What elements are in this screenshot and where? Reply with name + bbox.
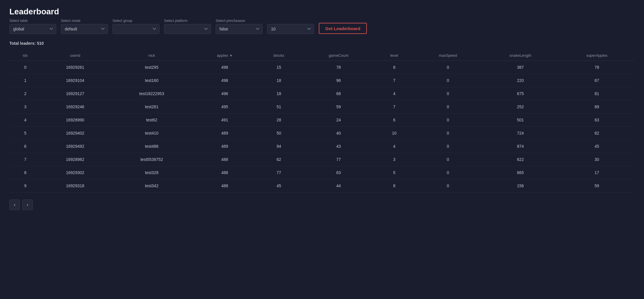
cell-snakeLength: 724	[482, 127, 559, 140]
cell-blocks: 94	[255, 140, 303, 153]
total-leaders: Total leaders: 510	[9, 41, 635, 46]
cell-snakeLength: 865	[482, 166, 559, 179]
cell-level: 7	[374, 100, 414, 114]
controls-row: Select table global local Select mode de…	[9, 19, 635, 34]
cell-userid: 16929261	[41, 61, 109, 74]
cell-apples: 488	[195, 153, 255, 166]
cell-gameCount: 24	[303, 114, 374, 127]
page-title: Leaderboard	[9, 7, 635, 16]
cell-userid: 16929402	[41, 127, 109, 140]
table-row: 216929127test1822295349618684067581	[9, 87, 635, 100]
prev-page-button[interactable]: ‹	[9, 200, 20, 210]
table-row: 416928990test6249128246050163	[9, 114, 635, 127]
cell-gameCount: 43	[303, 140, 374, 153]
cell-blocks: 18	[255, 74, 303, 87]
cell-apples: 489	[195, 140, 255, 153]
platform-select[interactable]	[164, 24, 211, 34]
cell-maxSpeed: 0	[414, 179, 482, 193]
cell-nick: test62	[109, 114, 195, 127]
cell-snakeLength: 874	[482, 140, 559, 153]
cell-userid: 16929104	[41, 74, 109, 87]
cell-level: 10	[374, 127, 414, 140]
cell-snakeLength: 252	[482, 100, 559, 114]
cell-userid: 16929318	[41, 179, 109, 193]
cell-level: 8	[374, 179, 414, 193]
mode-select[interactable]: default hardcore rush	[61, 24, 108, 34]
cell-apples: 498	[195, 74, 255, 87]
prevseason-select[interactable]: false true	[216, 24, 263, 34]
cell-apples: 495	[195, 100, 255, 114]
cell-gameCount: 44	[303, 179, 374, 193]
cell-userid: 16928990	[41, 114, 109, 127]
col-header-maxSpeed: maxSpeed	[414, 50, 482, 61]
col-header-userid: userid	[41, 50, 109, 61]
cell-maxSpeed: 0	[414, 87, 482, 100]
cell-level: 8	[374, 61, 414, 74]
cell-blocks: 45	[255, 179, 303, 193]
table-row: 816929302test32848877635086517	[9, 166, 635, 179]
cell-nick: test486	[109, 140, 195, 153]
cell-superApples: 89	[559, 100, 635, 114]
cell-level: 7	[374, 74, 414, 87]
cell-apples: 496	[195, 87, 255, 100]
cell-gameCount: 77	[303, 153, 374, 166]
cell-level: 5	[374, 166, 414, 179]
platform-control-group: Select platform	[164, 19, 211, 34]
group-control-group: Select group	[113, 19, 159, 34]
cell-gameCount: 63	[303, 166, 374, 179]
cell-snakeLength: 220	[482, 74, 559, 87]
cell-maxSpeed: 0	[414, 114, 482, 127]
prevseason-label: Select prevSeason	[216, 19, 263, 23]
col-header-apples[interactable]: apples▼	[195, 50, 255, 61]
cell-idx: 2	[9, 87, 41, 100]
col-header-blocks: blocks	[255, 50, 303, 61]
cell-superApples: 67	[559, 74, 635, 87]
cell-nick: test160	[109, 74, 195, 87]
cell-level: 6	[374, 114, 414, 127]
cell-maxSpeed: 0	[414, 140, 482, 153]
limit-select[interactable]: 10 25 50 100	[267, 24, 314, 34]
limit-control-group: 10 25 50 100	[267, 23, 314, 34]
cell-gameCount: 78	[303, 61, 374, 74]
cell-snakeLength: 387	[482, 61, 559, 74]
cell-maxSpeed: 0	[414, 153, 482, 166]
cell-blocks: 77	[255, 166, 303, 179]
cell-apples: 491	[195, 114, 255, 127]
cell-level: 4	[374, 87, 414, 100]
col-header-gameCount: gameCount	[303, 50, 374, 61]
next-page-button[interactable]: ›	[22, 200, 33, 210]
sort-icon: ▼	[229, 54, 233, 57]
cell-userid: 16929492	[41, 140, 109, 153]
cell-superApples: 78	[559, 61, 635, 74]
cell-idx: 5	[9, 127, 41, 140]
table-row: 716928982test553875248862773062230	[9, 153, 635, 166]
cell-snakeLength: 675	[482, 87, 559, 100]
cell-superApples: 59	[559, 179, 635, 193]
cell-superApples: 17	[559, 166, 635, 179]
cell-apples: 488	[195, 166, 255, 179]
cell-blocks: 51	[255, 100, 303, 114]
cell-idx: 6	[9, 140, 41, 153]
cell-snakeLength: 501	[482, 114, 559, 127]
cell-gameCount: 59	[303, 100, 374, 114]
cell-nick: test18222953	[109, 87, 195, 100]
group-select[interactable]	[113, 24, 159, 34]
cell-gameCount: 96	[303, 74, 374, 87]
col-header-superApples: superApples	[559, 50, 635, 61]
cell-nick: test281	[109, 100, 195, 114]
cell-idx: 1	[9, 74, 41, 87]
leaderboard-table: idxuseridnickapples▼blocksgameCountlevel…	[9, 50, 635, 193]
cell-idx: 9	[9, 179, 41, 193]
col-header-nick: nick	[109, 50, 195, 61]
prevseason-control-group: Select prevSeason false true	[216, 19, 263, 34]
pagination: ‹ ›	[9, 200, 635, 210]
cell-idx: 0	[9, 61, 41, 74]
table-select[interactable]: global local	[9, 24, 56, 34]
cell-nick: test342	[109, 179, 195, 193]
get-leaderboard-button[interactable]: Get Leaderboard	[319, 23, 367, 34]
cell-superApples: 82	[559, 127, 635, 140]
cell-gameCount: 68	[303, 87, 374, 100]
cell-nick: test295	[109, 61, 195, 74]
cell-idx: 3	[9, 100, 41, 114]
table-body: 016929261test29549815788038778116929104t…	[9, 61, 635, 193]
